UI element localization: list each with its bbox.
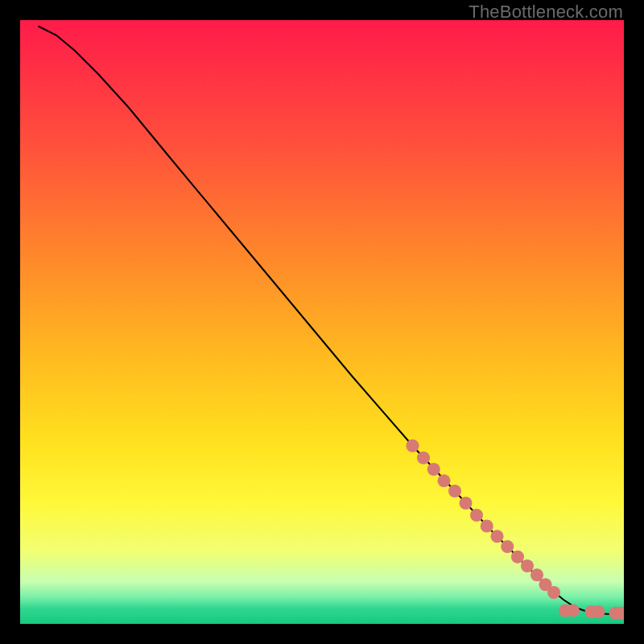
curve-marker bbox=[427, 463, 440, 476]
chart-frame: TheBottleneck.com bbox=[0, 0, 644, 644]
curve-marker bbox=[490, 530, 503, 543]
curve-marker bbox=[530, 568, 543, 581]
curve-marker bbox=[501, 540, 514, 553]
curve-marker bbox=[417, 452, 430, 464]
curve-marker bbox=[437, 474, 450, 487]
curve-marker bbox=[448, 485, 461, 497]
chart-plot bbox=[20, 20, 624, 624]
curve-marker bbox=[459, 497, 472, 510]
curve-marker bbox=[521, 559, 534, 572]
curve-marker bbox=[470, 509, 483, 522]
curve-marker bbox=[406, 440, 419, 452]
curve-marker bbox=[481, 519, 493, 532]
curve-marker bbox=[547, 586, 560, 599]
curve-marker bbox=[567, 604, 580, 617]
chart-background bbox=[20, 20, 624, 624]
curve-marker bbox=[511, 551, 524, 564]
curve-marker bbox=[592, 605, 605, 618]
